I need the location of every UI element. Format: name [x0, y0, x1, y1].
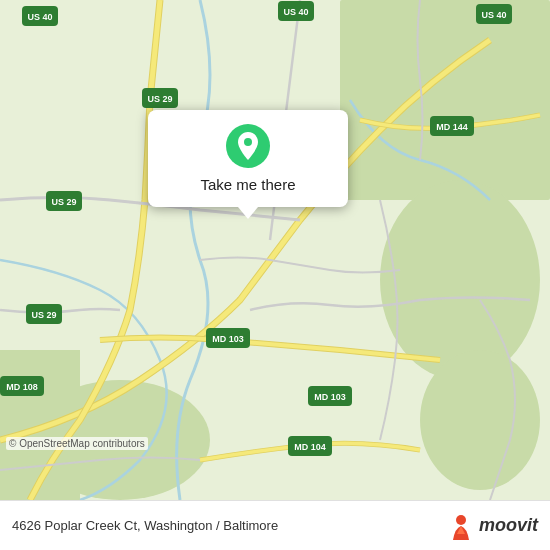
- svg-text:MD 104: MD 104: [294, 442, 326, 452]
- map-svg: US 40 US 40 US 40 US 29 US 29 US 29 MD 1…: [0, 0, 550, 500]
- svg-point-3: [420, 350, 540, 490]
- svg-text:US 29: US 29: [147, 94, 172, 104]
- svg-text:US 29: US 29: [51, 197, 76, 207]
- svg-text:MD 103: MD 103: [212, 334, 244, 344]
- brand-name: moovit: [479, 515, 538, 536]
- map-container[interactable]: US 40 US 40 US 40 US 29 US 29 US 29 MD 1…: [0, 0, 550, 500]
- svg-text:MD 108: MD 108: [6, 382, 38, 392]
- svg-text:US 40: US 40: [27, 12, 52, 22]
- svg-point-29: [456, 515, 466, 525]
- svg-point-1: [380, 180, 540, 380]
- bottom-bar: 4626 Poplar Creek Ct, Washington / Balti…: [0, 500, 550, 550]
- svg-text:US 29: US 29: [31, 310, 56, 320]
- address-label: 4626 Poplar Creek Ct, Washington / Balti…: [12, 518, 278, 533]
- svg-text:US 40: US 40: [283, 7, 308, 17]
- map-popup: Take me there: [148, 110, 348, 207]
- moovit-logo: moovit: [447, 512, 538, 540]
- moovit-icon: [447, 512, 475, 540]
- svg-text:US 40: US 40: [481, 10, 506, 20]
- take-me-there-button[interactable]: Take me there: [200, 176, 295, 193]
- svg-text:MD 144: MD 144: [436, 122, 468, 132]
- svg-text:MD 103: MD 103: [314, 392, 346, 402]
- svg-point-28: [244, 138, 252, 146]
- osm-credit: © OpenStreetMap contributors: [6, 437, 148, 450]
- location-pin-icon: [226, 124, 270, 168]
